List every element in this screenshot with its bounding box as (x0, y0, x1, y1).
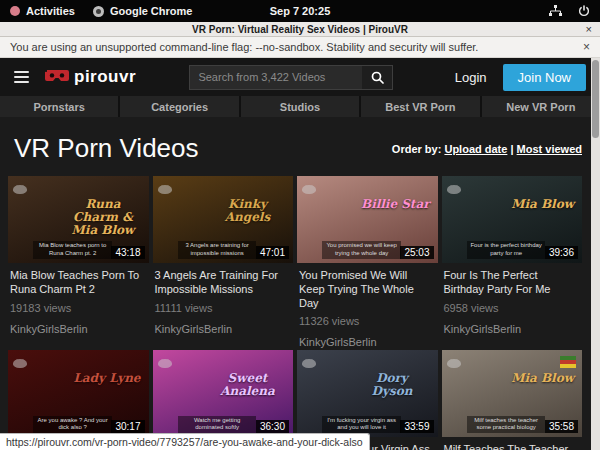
scrollbar-track[interactable] (591, 58, 600, 450)
thumbnail-caption: Watch me getting dominated softly (178, 416, 257, 434)
status-url-bar: https://pirouvr.com/vr-porn-video/779325… (0, 433, 370, 450)
order-by: Order by: Upload date | Most viewed (392, 143, 582, 155)
video-card[interactable]: Mia Blow Milf teaches the teacher some p… (442, 350, 583, 450)
search-input[interactable] (190, 66, 362, 89)
site-logo[interactable]: pirouvr (45, 67, 136, 87)
infobar-message: You are using an unsupported command-lin… (10, 41, 478, 53)
studio-link[interactable]: KinkyGirlsBerlin (444, 323, 579, 335)
duration-badge: 25:03 (400, 246, 433, 259)
video-title-link[interactable]: You Promised We Will Keep Trying The Who… (299, 269, 434, 310)
system-top-bar: Activities Google Chrome Sep 7 20:25 (0, 0, 600, 22)
nav-item-new-vr-porn[interactable]: New VR Porn (482, 96, 600, 117)
login-link[interactable]: Login (455, 70, 487, 85)
duration-badge: 33:59 (400, 420, 433, 433)
page-title: VR Porn Videos (14, 133, 199, 164)
scrollbar-thumb[interactable] (592, 60, 599, 138)
studio-cat-logo-icon (447, 181, 461, 194)
search-icon (371, 71, 384, 84)
duration-badge: 35:58 (545, 420, 578, 433)
video-thumbnail[interactable]: Mia Blow Four is the perfect birthday pa… (442, 176, 583, 263)
video-thumbnail[interactable]: Billie Star You promised we will keep tr… (297, 176, 438, 263)
video-views: 11111 views (155, 302, 290, 314)
video-title-link[interactable]: Mia Blow Teaches Porn To Runa Charm Pt 2 (10, 269, 145, 297)
thumbnail-overlay-text: Kinky Angels (210, 198, 285, 224)
video-thumbnail[interactable]: Dory Dyson I'm fucking your virgin ass a… (297, 350, 438, 437)
video-views: 19183 views (10, 302, 145, 314)
join-now-button[interactable]: Join Now (503, 64, 586, 91)
thumbnail-caption: Milf teaches the teacher some practical … (467, 416, 546, 434)
vr-goggles-icon (45, 70, 69, 84)
video-card[interactable]: Mia Blow Four is the perfect birthday pa… (442, 176, 583, 348)
studio-cat-logo-icon (13, 181, 27, 194)
studio-cat-logo-icon (447, 355, 461, 368)
studio-cat-logo-icon (13, 355, 27, 368)
thumbnail-overlay-text: Runa Charm & Mia Blow (66, 198, 141, 238)
thumbnail-overlay-text: Dory Dyson (355, 372, 430, 398)
duration-badge: 43:18 (111, 246, 144, 259)
thumbnail-caption: 3 Angels are training for impossible mis… (178, 241, 257, 259)
duration-badge: 47:01 (256, 246, 289, 259)
clock[interactable]: Sep 7 20:25 (0, 5, 600, 17)
video-card[interactable]: Kinky Angels 3 Angels are training for i… (153, 176, 294, 348)
duration-badge: 30:17 (111, 420, 144, 433)
video-thumbnail[interactable]: Lady Lyne Are you awake ? And your dick … (8, 350, 149, 437)
thumbnail-caption: Mia Blow teaches porn to Runa Charm pt. … (33, 241, 112, 259)
order-most-viewed-link[interactable]: Most viewed (517, 143, 582, 155)
video-thumbnail[interactable]: Mia Blow Milf teaches the teacher some p… (442, 350, 583, 437)
window-titlebar: VR Porn: Virtual Reality Sex Videos | Pi… (0, 22, 600, 37)
infobar-close-icon[interactable]: × (583, 40, 590, 54)
thumbnail-overlay-text: Billie Star (361, 198, 430, 211)
chrome-infobar: You are using an unsupported command-lin… (0, 37, 600, 58)
power-icon[interactable] (578, 5, 590, 17)
duration-badge: 36:30 (256, 420, 289, 433)
video-title-link[interactable]: 3 Angels Are Training For Impossible Mis… (155, 269, 290, 297)
thumbnail-overlay-text: Sweet Analena (210, 372, 285, 398)
search-button[interactable] (362, 66, 392, 89)
main-nav: Pornstars Categories Studios Best VR Por… (0, 96, 600, 117)
video-card[interactable]: Runa Charm & Mia Blow Mia Blow teaches p… (8, 176, 149, 348)
studio-link[interactable]: KinkyGirlsBerlin (299, 336, 434, 348)
order-upload-date-link[interactable]: Upload date (444, 143, 507, 155)
page-head: VR Porn Videos Order by: Upload date | M… (0, 117, 600, 176)
video-thumbnail[interactable]: Sweet Analena Watch me getting dominated… (153, 350, 294, 437)
video-views: 11326 views (299, 315, 434, 327)
video-views: 6958 views (444, 302, 579, 314)
window-title: VR Porn: Virtual Reality Sex Videos | Pi… (0, 24, 600, 35)
network-tray-icon[interactable] (549, 5, 562, 17)
duration-badge: 39:36 (545, 246, 578, 259)
thumbnail-caption: Are you awake ? And your dick also ? (33, 416, 112, 434)
thumbnail-caption: You promised we will keep trying the who… (322, 241, 401, 259)
studio-link[interactable]: KinkyGirlsBerlin (10, 323, 145, 335)
thumbnail-overlay-text: Mia Blow (511, 372, 574, 385)
nav-item-best-vr-porn[interactable]: Best VR Porn (361, 96, 481, 117)
window-close-icon[interactable]: × (586, 23, 592, 35)
video-grid: Runa Charm & Mia Blow Mia Blow teaches p… (8, 176, 582, 450)
video-card[interactable]: Billie Star You promised we will keep tr… (297, 176, 438, 348)
studio-link[interactable]: KinkyGirlsBerlin (155, 323, 290, 335)
studio-cat-logo-icon (158, 355, 172, 368)
order-by-label: Order by: (392, 143, 442, 155)
nav-item-pornstars[interactable]: Pornstars (0, 96, 120, 117)
thumbnail-overlay-text: Lady Lyne (73, 372, 140, 385)
video-thumbnail[interactable]: Runa Charm & Mia Blow Mia Blow teaches p… (8, 176, 149, 263)
video-title-link[interactable]: Milf Teaches The Teacher Some Practical … (444, 443, 579, 450)
flag-decoration (560, 356, 576, 368)
site-logo-text: pirouvr (74, 67, 136, 87)
site-header: pirouvr Login Join Now (0, 58, 600, 96)
video-title-link[interactable]: Four Is The Perfect Birthday Party For M… (444, 269, 579, 297)
thumbnail-caption: I'm fucking your virgin ass and you will… (322, 416, 401, 434)
studio-cat-logo-icon (302, 181, 316, 194)
menu-hamburger-icon[interactable] (14, 71, 29, 83)
nav-item-studios[interactable]: Studios (241, 96, 361, 117)
thumbnail-overlay-text: Mia Blow (511, 198, 574, 211)
studio-cat-logo-icon (158, 181, 172, 194)
studio-cat-logo-icon (302, 355, 316, 368)
thumbnail-caption: Four is the perfect birthday party for m… (467, 241, 546, 259)
search-bar (189, 65, 393, 90)
video-thumbnail[interactable]: Kinky Angels 3 Angels are training for i… (153, 176, 294, 263)
nav-item-categories[interactable]: Categories (120, 96, 240, 117)
